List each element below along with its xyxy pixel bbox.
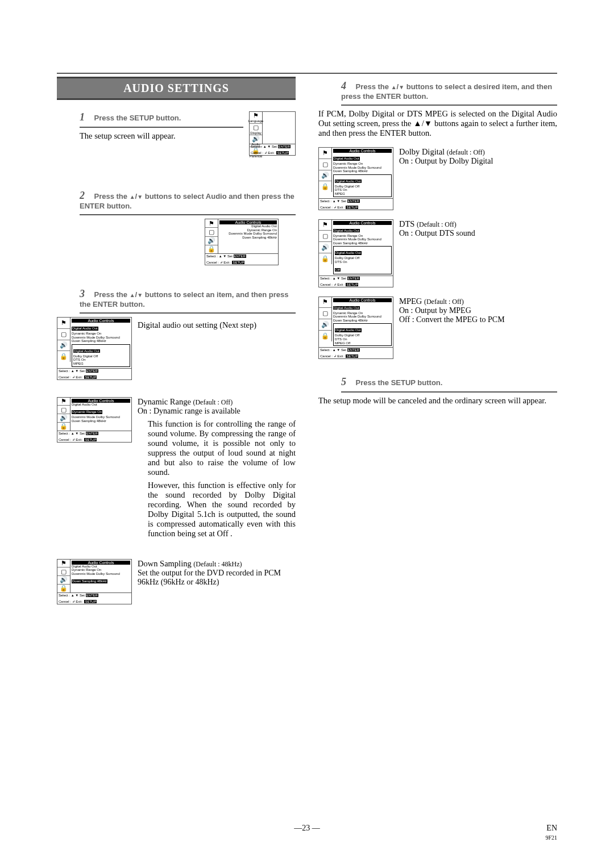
step4-body: If PCM, Dolby Digital or DTS MPEG is sel… [318, 109, 557, 138]
step-number: 3 [80, 288, 92, 300]
section-title: AUDIO SETTINGS [57, 77, 296, 100]
dolby-digital-thumbnail: ⚑ ▢ 🔊 🔒 Audio Controls Digital Audio Out… [318, 147, 393, 210]
step-number: 5 [341, 376, 354, 388]
dynamic-range-text: Dynamic Range (Default : Off) On : Dynam… [138, 397, 296, 542]
dolby-digital-text: Dolby Digital (default : Off) On : Outpu… [399, 147, 557, 166]
audio-icon: 🔊 [252, 135, 260, 143]
step5-body: The setup mode will be canceled and the … [318, 396, 557, 406]
step5-head: Press the SETUP button. [356, 378, 443, 387]
doc-code: 9F21 [545, 834, 557, 841]
dynamic-range-thumbnail: ⚑ ▢ 🔊 🔒 Audio Controls Digital Audio Out… [57, 397, 132, 443]
step-number: 2 [80, 190, 92, 202]
setup-screen-thumbnail: ⚑Language ▢Display 🔊Audio 🔒Parental Sele… [249, 111, 296, 156]
display-icon: ▢ [253, 124, 259, 131]
page-number: —23 — [0, 824, 614, 833]
mpeg-text: MPEG (Default : Off) On : Output by MPEG… [399, 297, 557, 324]
step-number: 4 [341, 80, 354, 92]
language-label: EN [546, 824, 557, 833]
step4-head: Press the / buttons to select a desired … [341, 82, 552, 101]
mpeg-thumbnail: ⚑ ▢ 🔊 🔒 Audio Controls Digital Audio Out… [318, 297, 393, 360]
dts-text: DTS (Default : Off) On : Output DTS soun… [399, 219, 557, 238]
dts-thumbnail: ⚑ ▢ 🔊 🔒 Audio Controls Digital Audio Out… [318, 219, 393, 287]
down-arrow-icon [137, 192, 143, 201]
step3-head: Press the / buttons to select an item, a… [80, 290, 289, 308]
up-arrow-icon [130, 290, 135, 299]
audio-controls-thumbnail: ⚑ ▢ 🔊 🔒 Audio Controls Digital Audio Out… [205, 219, 279, 265]
step-number: 1 [80, 111, 92, 123]
down-arrow-icon [399, 82, 404, 91]
digital-audio-out-text: Digital audio out setting (Next step) [138, 320, 296, 330]
digital-audio-out-thumbnail: ⚑ ▢ 🔊 🔒 Audio Controls Digital Audio Out… [57, 317, 132, 380]
up-arrow-icon [391, 82, 397, 91]
flag-icon: ⚑ [253, 112, 259, 119]
step1-body: The setup screen will appear. [80, 131, 243, 141]
up-arrow-icon [130, 192, 135, 201]
step2-head: Press the / buttons to select Audio and … [80, 192, 294, 210]
down-sampling-text: Down Sampling (Default : 48kHz) Set the … [138, 559, 296, 587]
down-sampling-thumbnail: ⚑ ▢ 🔊 🔒 Audio Controls Digital Audio Out… [57, 559, 132, 604]
down-arrow-icon [137, 290, 143, 299]
step1-head: Press the SETUP button. [94, 114, 181, 122]
